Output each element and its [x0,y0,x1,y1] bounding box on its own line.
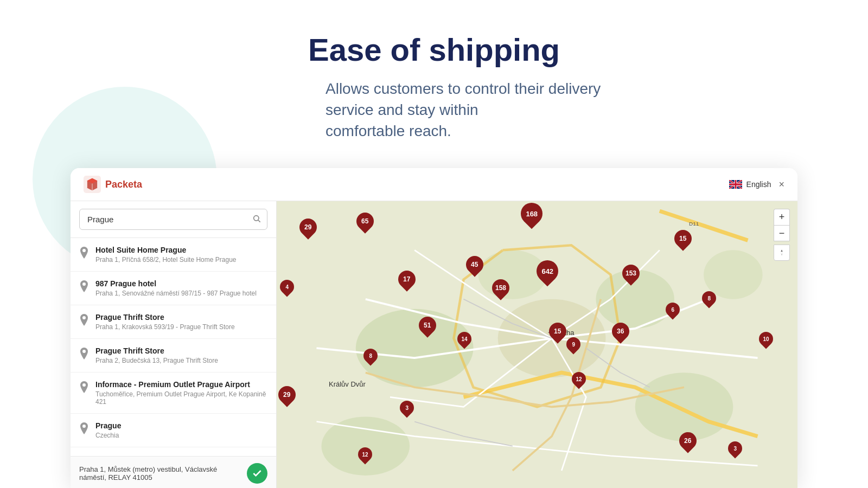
zoom-out-button[interactable]: − [774,225,790,241]
location-name: Prague Thrift Store [95,346,218,355]
map-marker[interactable]: 26 [679,432,697,450]
location-info: Informace - Premium Outlet Prague Airpor… [95,380,267,406]
marker-label: 6 [671,307,674,313]
marker-label: 15 [679,235,686,242]
marker-label: 9 [572,342,575,348]
list-item[interactable]: Prague Thrift Store Praha 2, Budečská 13… [71,339,276,373]
svg-marker-19 [781,249,783,252]
marker-label: 51 [424,322,431,329]
marker-label: 4 [285,284,289,290]
map-area[interactable]: D11 ✦ Praha [277,201,797,488]
compass-button[interactable] [774,245,790,261]
widget-language[interactable]: English × [729,179,784,190]
location-address: Praha 2, Budečská 13, Prague Thrift Stor… [95,357,218,364]
hero-section: Ease of shipping Allows customers to con… [0,0,868,152]
close-button[interactable]: × [778,179,784,190]
widget-logo: Packeta [84,176,142,193]
map-marker[interactable]: 17 [398,271,416,288]
location-info: Prague Thrift Store Praha 1, Krakovská 5… [95,313,235,331]
map-marker[interactable]: 12 [572,372,586,386]
marker-label: 153 [626,269,636,277]
map-marker[interactable]: 14 [457,332,471,346]
packeta-logo-icon [84,176,101,193]
map-svg: D11 [277,201,797,488]
location-pin-icon [79,348,89,362]
location-pin-icon [79,280,89,294]
svg-point-2 [254,215,259,220]
footer-bar: Praha 1, Můstek (metro) vestibul, Václav… [71,456,276,488]
widget-header: Packeta English × [71,168,797,201]
location-pin-icon [79,247,89,261]
marker-label: 29 [284,391,291,399]
map-marker[interactable]: 29 [299,219,317,236]
location-info: Prague Thrift Store Praha 2, Budečská 13… [95,346,218,364]
search-input[interactable] [79,209,267,230]
map-marker[interactable]: 3 [400,401,414,415]
compass-icon [778,249,786,256]
zoom-in-button[interactable]: + [774,209,790,225]
marker-label: 29 [304,223,311,231]
location-name: Prague Thrift Store [95,313,235,322]
location-address: Praha 1, Krakovská 593/19 - Prague Thrif… [95,323,235,331]
marker-label: 3 [405,405,409,411]
left-panel: Hotel Suite Home Prague Praha 1, Příčná … [71,201,277,488]
list-item[interactable]: Prague Thrift Store Praha 1, Krakovská 5… [71,305,276,339]
location-info: Hotel Suite Home Prague Praha 1, Příčná … [95,246,236,264]
svg-line-3 [258,220,260,222]
map-marker[interactable]: 29 [278,386,296,403]
location-address: Czechia [95,432,121,439]
svg-point-4 [82,249,86,252]
location-address: Praha 1, Příčná 658/2, Hotel Suite Home … [95,256,236,264]
widget-body: Hotel Suite Home Prague Praha 1, Příčná … [71,201,797,488]
location-info: Prague Czechia [95,421,121,439]
map-marker[interactable]: 51 [419,317,436,334]
flag-icon [729,180,742,189]
svg-text:D11: D11 [689,221,699,227]
marker-label: 14 [461,336,467,342]
map-marker[interactable]: 642 [537,260,558,282]
map-marker[interactable]: 8 [702,291,716,305]
selected-address: Praha 1, Můstek (metro) vestibul, Václav… [79,465,242,481]
svg-marker-20 [781,253,783,256]
map-marker[interactable]: 65 [356,213,374,230]
marker-label: 10 [763,336,769,342]
locations-list: Hotel Suite Home Prague Praha 1, Příčná … [71,238,276,456]
list-item[interactable]: Informace - Premium Outlet Prague Airpor… [71,373,276,414]
map-marker[interactable]: 168 [521,203,542,224]
map-marker[interactable]: 12 [358,447,372,461]
map-marker[interactable]: 15 [549,323,566,340]
search-box [71,201,276,238]
list-item[interactable]: Hotel Suite Home Prague Praha 1, Příčná … [71,238,276,272]
map-marker[interactable]: 3 [728,441,742,455]
svg-point-15 [322,416,410,475]
map-marker[interactable]: 158 [492,279,509,297]
map-marker[interactable]: 9 [566,337,580,351]
marker-label: 17 [403,275,410,283]
location-name: Informace - Premium Outlet Prague Airpor… [95,380,267,389]
location-name: Hotel Suite Home Prague [95,246,236,254]
confirm-button[interactable] [247,463,267,484]
marker-label: 15 [554,328,561,335]
marker-label: 642 [541,267,553,275]
marker-label: 26 [685,437,692,445]
map-marker[interactable]: 36 [612,323,629,340]
location-pin-icon [79,422,89,436]
hero-subtitle: Allows customers to control their delive… [217,78,651,142]
map-marker[interactable]: 10 [759,332,773,346]
map-marker[interactable]: 6 [666,303,680,317]
marker-label: 158 [495,284,506,292]
svg-point-13 [635,373,733,441]
map-marker[interactable]: 15 [674,230,692,247]
map-marker[interactable]: 45 [466,256,483,273]
map-marker[interactable]: 8 [363,349,378,363]
list-item[interactable]: Prague Czechia [71,414,276,447]
map-marker[interactable]: 4 [280,280,294,294]
list-item[interactable]: 987 Prague hotel Praha 1, Senovážné námě… [71,272,276,305]
map-marker[interactable]: 153 [622,265,640,282]
page-title: Ease of shipping [0,33,868,67]
widget-container: Packeta English × [71,168,797,488]
confirm-checkmark-icon [252,468,263,479]
location-info: 987 Prague hotel Praha 1, Senovážné námě… [95,279,257,297]
marker-label: 36 [617,328,624,335]
svg-point-9 [82,425,86,428]
